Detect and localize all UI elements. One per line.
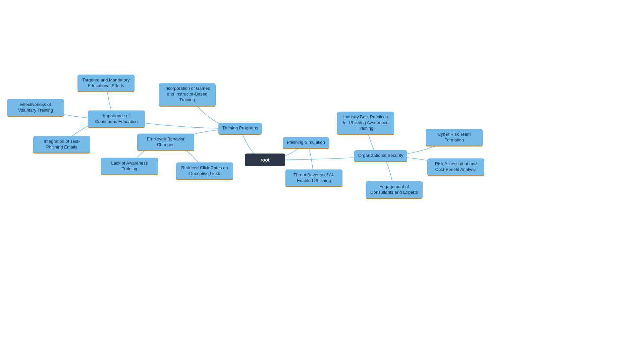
mindmap-container: rootTraining ProgramsPhishing Simulation…: [0, 0, 644, 362]
node-threat_severity[interactable]: Threat Severity of AI-Enabled Phishing: [285, 170, 342, 187]
node-effectiveness_voluntary[interactable]: Effectiveness of Voluntary Training: [7, 99, 64, 117]
node-phishing_simulation[interactable]: Phishing Simulation: [283, 137, 329, 149]
node-employee_behavior[interactable]: Employee Behavior Changes: [137, 134, 194, 152]
node-importance_continuous[interactable]: Importance of Continuous Education: [88, 111, 145, 128]
node-reduced_click[interactable]: Reduced Click Rates on Deceptive Links: [176, 163, 233, 180]
node-training_programs[interactable]: Training Programs: [218, 123, 262, 135]
node-lack_awareness[interactable]: Lack of Awareness Training: [101, 158, 158, 176]
node-cyber_risk[interactable]: Cyber Risk Team Formation: [426, 129, 483, 147]
node-industry_best[interactable]: Industry Best Practices for Phishing Awa…: [337, 112, 394, 135]
node-risk_assessment[interactable]: Risk Assessment and Cost-Benefit Analysi…: [427, 159, 484, 176]
node-incorporation_games[interactable]: Incorporation of Games and Instructor-Ba…: [159, 83, 216, 107]
node-organizational_security[interactable]: Organizational Security: [354, 150, 407, 162]
node-root[interactable]: root: [245, 154, 285, 166]
node-engagement_consultants[interactable]: Engagement of Consultants and Experts: [366, 181, 423, 199]
node-integration_test[interactable]: Integration of Test-Phishing Emails: [33, 136, 90, 154]
node-targeted_mandatory[interactable]: Targeted and Mandatory Educational Effor…: [77, 75, 135, 93]
